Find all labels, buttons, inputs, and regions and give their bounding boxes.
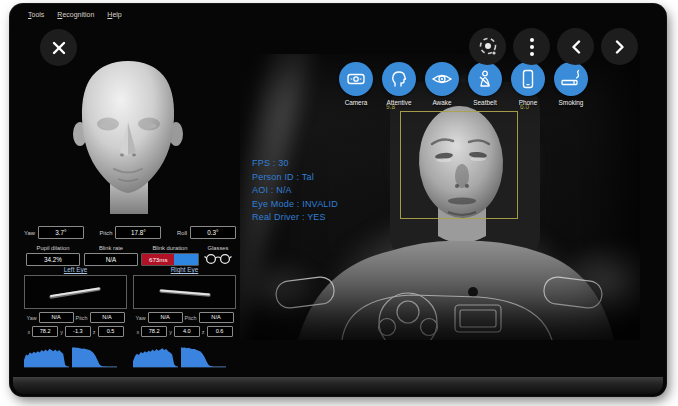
telemetry-fps: FPS : 30 — [252, 157, 338, 171]
status-attentive-label: Attentive — [387, 99, 412, 106]
telemetry-real-driver: Real Driver : YES — [252, 211, 338, 225]
status-smoking-label: Smoking — [559, 99, 584, 106]
right-eye-view — [133, 275, 236, 309]
blink-rate-label: Blink rate — [99, 245, 123, 251]
status-smoking[interactable]: Smoking — [554, 62, 588, 106]
left-eye-z-label: z — [93, 329, 96, 335]
dms-app-window: Tools Recognition Help — [10, 4, 666, 396]
telemetry-aoi: AOI : N/A — [252, 184, 338, 198]
close-button[interactable] — [40, 29, 77, 66]
menu-help[interactable]: Help — [107, 11, 121, 18]
status-awake-label: Awake — [432, 99, 451, 106]
analysis-panel: Yaw 3.7° Pitch 17.8° Roll 0.3° Pupil dil… — [10, 4, 240, 396]
dashboard-overlay — [240, 276, 640, 340]
yaw-label: Yaw — [24, 230, 35, 236]
status-phone[interactable]: Phone — [511, 62, 545, 106]
seatbelt-icon — [475, 69, 495, 89]
left-eye-z-value: 0.5 — [98, 326, 124, 337]
right-eye-title: Right Eye — [171, 266, 199, 273]
status-phone-label: Phone — [519, 99, 537, 106]
right-eye-yaw-label: Yaw — [135, 315, 145, 321]
status-camera-label: Camera — [345, 99, 368, 106]
capture-region-button[interactable] — [469, 28, 506, 65]
right-eye-yaw-value: N/A — [148, 312, 183, 323]
left-eye-yaw-label: Yaw — [26, 315, 36, 321]
status-seatbelt-label: Seatbelt — [473, 99, 496, 106]
telemetry-person-id: Person ID : Tal — [252, 171, 338, 185]
menu-recognition[interactable]: Recognition — [57, 11, 94, 18]
histogram-strip — [24, 340, 226, 368]
right-eye-z-value: 0.6 — [207, 326, 233, 337]
left-eye-x-label: x — [27, 329, 30, 335]
right-eye-pitch-value: N/A — [199, 312, 234, 323]
camera-icon — [346, 69, 366, 89]
right-eye-pitch-label: Pitch — [185, 315, 197, 321]
blink-duration-label: Blink duration — [152, 245, 187, 251]
histogram-chart — [133, 340, 178, 368]
previous-button[interactable] — [557, 28, 594, 65]
roll-label: Roll — [177, 230, 187, 236]
right-eye-y-label: y — [169, 329, 172, 335]
awake-eye-icon — [431, 69, 453, 89]
left-eye-x-value: 78.2 — [32, 326, 58, 337]
metrics-row: Pupil dilation 34.2% Blink rate N/A Blin… — [24, 245, 236, 266]
blink-duration-fill — [174, 254, 198, 265]
head-pose-row: Yaw 3.7° Pitch 17.8° Roll 0.3° — [24, 226, 236, 239]
histogram-chart — [181, 340, 226, 368]
pitch-value: 17.8° — [115, 226, 161, 239]
blink-rate-value: N/A — [84, 253, 138, 266]
left-eye-pitch-label: Pitch — [76, 315, 88, 321]
head-3d-model — [58, 54, 198, 220]
menu-tools[interactable]: Tools — [28, 11, 44, 18]
left-eye-title: Left Eye — [64, 266, 87, 273]
status-icon-row: Camera Attentive Awake — [339, 62, 588, 106]
next-button[interactable] — [601, 28, 638, 65]
chevron-right-icon — [615, 40, 625, 54]
pupil-dilation-label: Pupil dilation — [37, 245, 70, 251]
yaw-value: 3.7° — [38, 226, 84, 239]
right-eye-x-label: x — [136, 329, 139, 335]
eyes-section: Left Eye Yaw N/A Pitch N/A x 78.2 y -1.3… — [24, 266, 236, 337]
smoking-icon — [560, 69, 582, 89]
left-eye-y-value: -1.3 — [65, 326, 91, 337]
left-eye-panel: Left Eye Yaw N/A Pitch N/A x 78.2 y -1.3… — [24, 266, 127, 337]
pupil-dilation-value: 34.2% — [26, 253, 80, 266]
more-options-icon — [529, 37, 535, 57]
left-eye-yaw-value: N/A — [39, 312, 74, 323]
blink-duration-gauge: 673ms — [141, 253, 199, 266]
attentive-head-icon — [389, 69, 409, 89]
menu-bar: Tools Recognition Help — [28, 11, 122, 18]
histogram-chart — [24, 340, 69, 368]
left-eye-y-label: y — [60, 329, 63, 335]
right-eye-panel: Right Eye Yaw N/A Pitch N/A x 78.2 y 4.0… — [133, 266, 236, 337]
roll-value: 0.3° — [190, 226, 236, 239]
left-eye-pitch-value: N/A — [90, 312, 125, 323]
glasses-label: Glasses — [208, 245, 229, 251]
right-eye-x-value: 78.2 — [141, 326, 167, 337]
ir-camera-feed: 9.8 6.0 Camera — [240, 54, 640, 340]
chevron-left-icon — [571, 40, 581, 54]
status-awake[interactable]: Awake — [425, 62, 459, 106]
capture-region-icon — [477, 36, 499, 58]
close-icon — [51, 40, 67, 56]
more-options-button[interactable] — [513, 28, 550, 65]
status-camera[interactable]: Camera — [339, 62, 373, 106]
face-bounding-box — [400, 111, 518, 219]
telemetry-readout: FPS : 30 Person ID : Tal AOI : N/A Eye M… — [252, 157, 338, 225]
glasses-icon — [204, 253, 232, 265]
telemetry-eye-mode: Eye Mode : INVALID — [252, 198, 338, 212]
status-attentive[interactable]: Attentive — [382, 62, 416, 106]
blink-duration-value: 673ms — [142, 254, 174, 265]
window-bottom-edge — [13, 377, 663, 394]
right-eye-y-value: 4.0 — [174, 326, 200, 337]
left-eye-view — [24, 275, 127, 309]
phone-icon — [521, 69, 535, 89]
histogram-chart — [72, 340, 117, 368]
pitch-label: Pitch — [99, 230, 112, 236]
right-eye-z-label: z — [202, 329, 205, 335]
status-seatbelt[interactable]: Seatbelt — [468, 62, 502, 106]
